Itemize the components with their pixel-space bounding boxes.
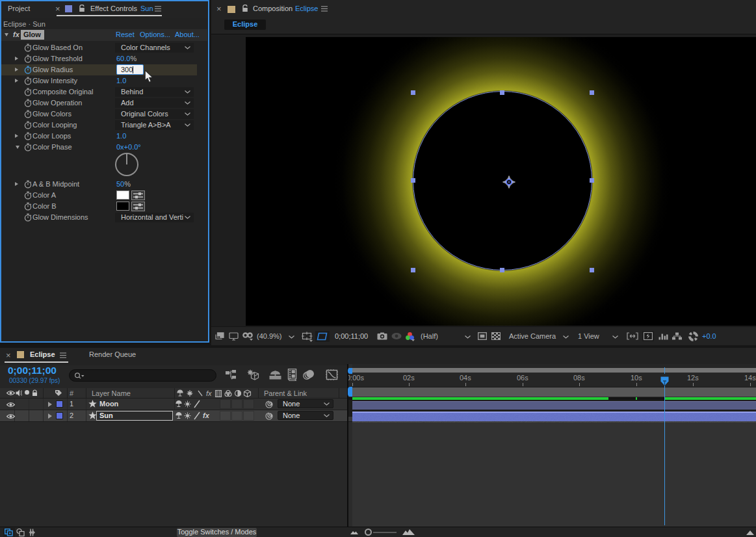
svg-text:fx: fx	[206, 389, 212, 397]
